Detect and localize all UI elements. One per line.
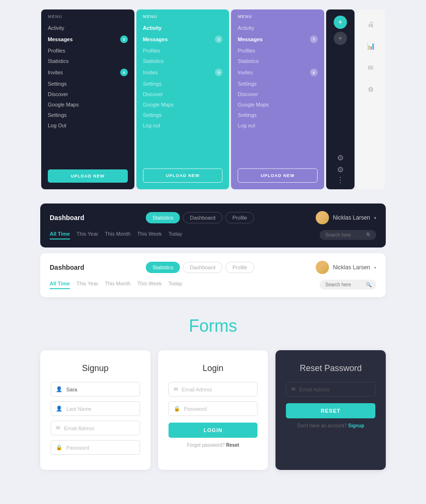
user-icon-lastname: 👤: [56, 406, 62, 412]
reset-button[interactable]: RESET: [286, 403, 375, 418]
teal-menu-item-activity[interactable]: Activity: [143, 23, 223, 33]
teal-menu-item-profiles[interactable]: Profiles: [143, 45, 223, 56]
tab-dashboard-light[interactable]: Dashboard: [183, 262, 222, 273]
upload-btn-dark[interactable]: UPLOAD NEW: [48, 169, 128, 183]
tab-profile-light[interactable]: Profile: [225, 262, 254, 273]
teal-menu-item-logout[interactable]: Log out: [143, 120, 223, 131]
tab-dashboard-dark[interactable]: Dashboard: [183, 212, 222, 223]
teal-menu-item-settings[interactable]: Settings: [143, 79, 223, 89]
filter-this-month-dark[interactable]: This Month: [105, 231, 130, 239]
lock-icon-login: 🔒: [174, 406, 180, 412]
login-email-input[interactable]: [182, 387, 253, 392]
signup-name-input[interactable]: [66, 387, 135, 392]
filter-all-time-light[interactable]: All Time: [50, 281, 70, 289]
purple-menu-item-invites[interactable]: Invites 6: [238, 66, 318, 79]
chevron-dark[interactable]: ▾: [374, 215, 376, 221]
teal-invites-badge: 5: [215, 69, 222, 76]
filter-today-light[interactable]: Today: [169, 281, 182, 289]
signup-lastname-input[interactable]: [66, 406, 135, 412]
filter-this-week-light[interactable]: This Week: [137, 281, 162, 289]
menu-label-teal: MENU: [143, 14, 223, 19]
plus-button-dark2[interactable]: +: [334, 32, 347, 45]
menu-label-dark: MENU: [48, 14, 128, 19]
menu-item-messages-active[interactable]: Messages 3: [48, 33, 128, 45]
menu-item-discover[interactable]: Discover: [48, 89, 128, 99]
tab-statistics-dark[interactable]: Statistics: [146, 212, 180, 223]
login-button[interactable]: LOGIN: [169, 423, 258, 438]
tab-statistics-light[interactable]: Statistics: [146, 262, 180, 273]
menu-item-settings2[interactable]: Settings: [48, 110, 128, 120]
purple-menu-item-logout[interactable]: Log out: [238, 120, 318, 131]
dashboard-tabs-dark: Statistics Dashboard Profile: [146, 212, 254, 223]
menu-item-profiles[interactable]: Profiles: [48, 45, 128, 56]
menu-item-logout[interactable]: Log Out: [48, 120, 128, 131]
settings-icon[interactable]: ⚙: [362, 81, 379, 98]
gear-icon-dark2[interactable]: ⚙: [337, 165, 344, 174]
teal-menu-item-statistics[interactable]: Statistics: [143, 56, 223, 66]
username-light: Nicklas Larsen: [333, 264, 370, 271]
search-input-dark[interactable]: [325, 232, 363, 238]
purple-menu-item-profiles[interactable]: Profiles: [238, 45, 318, 56]
filter-this-month-light[interactable]: This Month: [105, 281, 130, 289]
filter-all-time-dark[interactable]: All Time: [50, 231, 70, 239]
purple-menu-item-statistics[interactable]: Statistics: [238, 56, 318, 66]
teal-menu-item-google-maps[interactable]: Google Maps: [143, 99, 223, 110]
tab-profile-dark[interactable]: Profile: [225, 212, 254, 223]
filter-this-year-dark[interactable]: This Year: [77, 231, 98, 239]
dashboard-card-dark: Dashboard Statistics Dashboard Profile N…: [40, 203, 386, 248]
signup-password-field: 🔒: [51, 440, 140, 455]
signup-email-field: ✉: [51, 421, 140, 435]
teal-menu-item-messages[interactable]: Messages 3: [143, 33, 223, 45]
reset-title: Reset Password: [286, 363, 375, 373]
signup-link[interactable]: Signup: [348, 423, 364, 428]
filter-this-year-light[interactable]: This Year: [77, 281, 98, 289]
sidebar-teal: MENU Activity Messages 3 Profiles Statis…: [136, 9, 230, 189]
purple-menu-item-discover[interactable]: Discover: [238, 89, 318, 99]
search-input-light[interactable]: [325, 282, 363, 287]
login-password-input[interactable]: [184, 406, 253, 412]
upload-btn-purple[interactable]: UPLOAD NEW: [238, 168, 318, 183]
menu-item-settings[interactable]: Settings: [48, 79, 128, 89]
chevron-light[interactable]: ▾: [374, 265, 376, 270]
menu-item-invites[interactable]: Invites 4: [48, 66, 128, 79]
reset-form: Reset Password ✉ RESET Don't have an acc…: [275, 350, 386, 470]
plus-button-dark[interactable]: +: [334, 16, 347, 29]
filter-tabs-light: All Time This Year This Month This Week …: [50, 281, 182, 289]
gear-icon-dark[interactable]: ⚙: [337, 153, 344, 162]
search-icon-dark: 🔍: [366, 232, 372, 238]
purple-menu-item-settings[interactable]: Settings: [238, 79, 318, 89]
menu-item-activity[interactable]: Activity: [48, 23, 128, 33]
purple-menu-item-google-maps[interactable]: Google Maps: [238, 99, 318, 110]
chart-icon[interactable]: 📊: [362, 37, 379, 54]
search-icon-light: 🔍: [366, 282, 372, 287]
teal-menu-item-discover[interactable]: Discover: [143, 89, 223, 99]
envelope-icon[interactable]: ✉: [362, 59, 379, 76]
signup-email-input[interactable]: [64, 425, 135, 431]
menu-item-statistics[interactable]: Statistics: [48, 56, 128, 66]
purple-invites-badge: 6: [310, 69, 318, 76]
reset-email-input[interactable]: [299, 387, 370, 392]
filter-today-dark[interactable]: Today: [169, 231, 182, 239]
filter-this-week-dark[interactable]: This Week: [137, 231, 162, 239]
signup-password-input[interactable]: [66, 445, 135, 451]
sidebar-previews-section: MENU Activity Messages 3 Profiles Statis…: [0, 0, 426, 199]
login-password-field: 🔒: [169, 401, 258, 416]
signup-title: Signup: [51, 363, 140, 373]
print-icon[interactable]: 🖨: [362, 16, 379, 33]
teal-messages-badge: 3: [215, 35, 222, 43]
purple-menu-item-messages[interactable]: Messages 7: [238, 33, 318, 45]
dots-icon-dark[interactable]: ⋮: [337, 176, 344, 185]
upload-btn-teal[interactable]: UPLOAD NEW: [143, 168, 223, 183]
reset-link[interactable]: Reset: [226, 442, 239, 448]
teal-menu-item-invites[interactable]: Invites 5: [143, 66, 223, 79]
menu-item-google-maps[interactable]: Google Maps: [48, 99, 128, 110]
teal-menu-item-settings2[interactable]: Settings: [143, 110, 223, 120]
dashboard-section: Dashboard Statistics Dashboard Profile N…: [0, 199, 426, 302]
sidebar-icons-dark: + + ⚙ ⚙ ⋮: [326, 9, 355, 189]
signup-lastname-field: 👤: [51, 401, 140, 416]
dashboard-card-light: Dashboard Statistics Dashboard Profile N…: [40, 253, 386, 297]
purple-menu-item-settings2[interactable]: Settings: [238, 110, 318, 120]
purple-menu-item-activity[interactable]: Activity: [238, 23, 318, 33]
no-account-text: Don't have an account?: [297, 423, 347, 428]
envelope-icon-login: ✉: [174, 386, 178, 392]
